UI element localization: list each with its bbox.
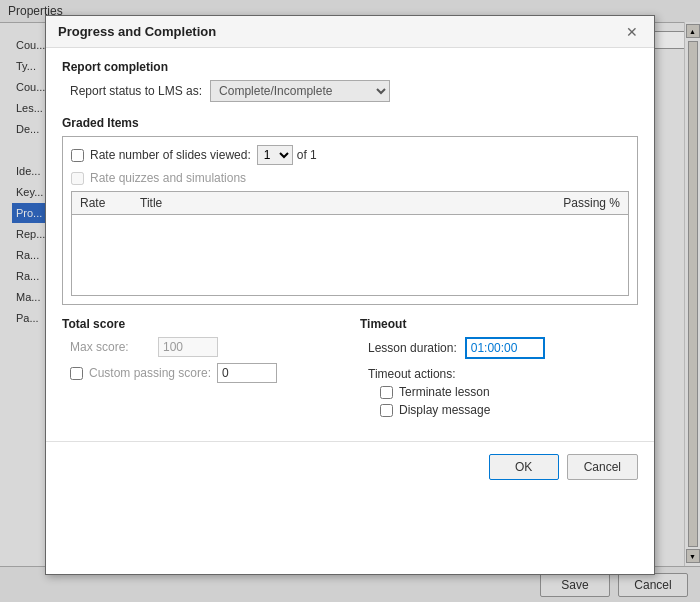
dialog-title: Progress and Completion [58,24,216,39]
rate-slides-label: Rate number of slides viewed: [90,148,251,162]
rate-table-header: Rate Title Passing % [72,192,628,215]
display-message-label: Display message [399,403,490,417]
graded-items-box: Rate number of slides viewed: 12345 of 1… [62,136,638,305]
report-completion-section: Report completion Report status to LMS a… [62,60,638,102]
custom-score-input[interactable] [217,363,277,383]
col-title-header: Title [140,196,540,210]
rate-table-body [72,215,628,295]
report-completion-label: Report completion [62,60,638,74]
rate-slides-checkbox[interactable] [71,149,84,162]
rate-quizzes-checkbox[interactable] [71,172,84,185]
graded-items-label: Graded Items [62,116,638,130]
lms-select[interactable]: Complete/IncompletePassed/FailedComplete… [210,80,390,102]
rate-quizzes-label: Rate quizzes and simulations [90,171,246,185]
dialog-titlebar: Progress and Completion ✕ [46,16,654,48]
total-score-label: Total score [62,317,340,331]
lms-label: Report status to LMS as: [70,84,202,98]
display-message-checkbox[interactable] [380,404,393,417]
of-label: of 1 [297,148,317,162]
timeout-actions-label: Timeout actions: [368,367,638,381]
col-rate-header: Rate [80,196,140,210]
slides-controls: 12345 of 1 [257,145,317,165]
col-passing-header: Passing % [540,196,620,210]
slides-select[interactable]: 12345 [257,145,293,165]
max-score-label: Max score: [70,340,150,354]
timeout-section: Timeout Lesson duration: Timeout actions… [360,317,638,421]
dialog-cancel-button[interactable]: Cancel [567,454,638,480]
dialog-footer: OK Cancel [46,441,654,492]
dialog-body: Report completion Report status to LMS a… [46,48,654,433]
graded-items-section: Graded Items Rate number of slides viewe… [62,116,638,305]
bottom-columns: Total score Max score: Custom passing sc… [62,317,638,421]
terminate-label: Terminate lesson [399,385,490,399]
max-score-row: Max score: [70,337,340,357]
custom-score-label: Custom passing score: [89,366,211,380]
ok-button[interactable]: OK [489,454,559,480]
dialog-close-button[interactable]: ✕ [622,22,642,42]
lms-row: Report status to LMS as: Complete/Incomp… [70,80,638,102]
total-score-section: Total score Max score: Custom passing sc… [62,317,340,421]
rate-quizzes-row: Rate quizzes and simulations [71,171,629,185]
dialog: Progress and Completion ✕ Report complet… [45,15,655,575]
modal-overlay: Progress and Completion ✕ Report complet… [0,0,700,602]
lesson-duration-row: Lesson duration: [368,337,638,359]
rate-slides-row: Rate number of slides viewed: 12345 of 1 [71,145,629,165]
timeout-label: Timeout [360,317,638,331]
terminate-row: Terminate lesson [380,385,638,399]
lesson-duration-label: Lesson duration: [368,341,457,355]
lesson-duration-input[interactable] [465,337,545,359]
rate-table: Rate Title Passing % [71,191,629,296]
max-score-input[interactable] [158,337,218,357]
display-message-row: Display message [380,403,638,417]
custom-score-checkbox[interactable] [70,367,83,380]
terminate-checkbox[interactable] [380,386,393,399]
custom-score-row: Custom passing score: [70,363,340,383]
